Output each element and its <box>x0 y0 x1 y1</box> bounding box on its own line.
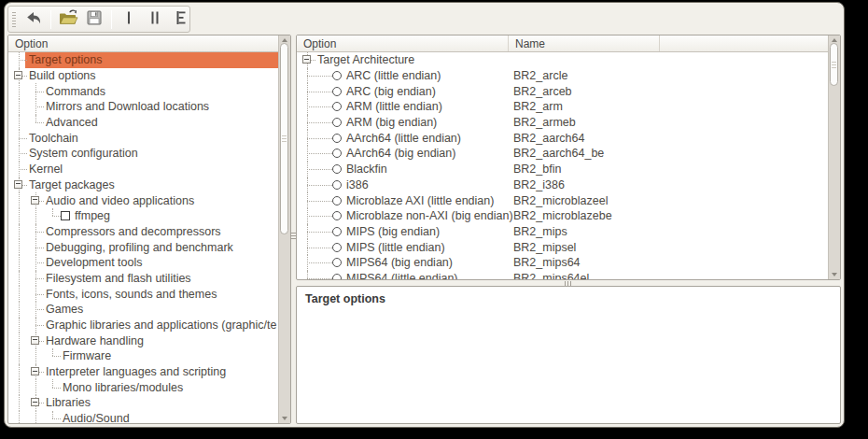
tree-row[interactable]: ARM (little endian)BR2_arm <box>299 99 828 115</box>
tree-item-label: Mono libraries/modules <box>61 381 186 394</box>
scrollbar-thumb[interactable] <box>830 43 838 86</box>
tree-guide-line <box>10 302 27 318</box>
split-view-button[interactable] <box>143 8 167 31</box>
scroll-down-icon[interactable] <box>282 417 287 420</box>
radio-icon[interactable] <box>332 274 342 279</box>
tree-row[interactable]: MIPS64 (big endian)BR2_mips64 <box>299 255 828 271</box>
expander-minus-icon[interactable] <box>31 367 39 375</box>
scrollbar-thumb[interactable] <box>280 43 288 234</box>
tree-row[interactable]: Compressors and decompressors <box>10 224 278 240</box>
radio-icon[interactable] <box>332 71 342 80</box>
info-panel-title: Target options <box>305 292 832 305</box>
tree-item-label: System configuration <box>27 147 141 160</box>
full-view-button[interactable] <box>169 8 193 31</box>
tree-connector <box>44 411 61 423</box>
radio-icon[interactable] <box>332 243 342 252</box>
tree-row[interactable]: Mono libraries/modules <box>10 379 278 395</box>
tree-row[interactable]: Target packages <box>10 177 278 193</box>
tree-item-label: AArch64 (big endian) <box>344 147 458 160</box>
tree-row[interactable]: Audio/Sound <box>10 411 278 423</box>
expander-minus-icon[interactable] <box>31 196 39 205</box>
tree-guide-line <box>27 208 44 224</box>
tree-row[interactable]: Firmware <box>10 348 278 364</box>
tree-row[interactable]: Kernel <box>10 162 278 177</box>
scroll-up-icon[interactable] <box>282 38 287 42</box>
column-header-blank[interactable] <box>660 35 828 51</box>
tree-row[interactable]: Target Architecture <box>299 52 828 68</box>
tree-row[interactable]: AArch64 (big endian)BR2_aarch64_be <box>299 146 828 162</box>
tree-item-label: Games <box>44 303 86 316</box>
tree-row[interactable]: BlackfinBR2_bfin <box>299 162 828 177</box>
tree-row[interactable]: i386BR2_i386 <box>299 177 828 193</box>
radio-icon[interactable] <box>332 196 342 205</box>
radio-icon[interactable] <box>332 180 342 190</box>
open-button[interactable] <box>56 8 80 31</box>
undo-button[interactable] <box>21 8 46 31</box>
radio-icon[interactable] <box>332 118 342 127</box>
tree-row[interactable]: Libraries <box>10 395 278 411</box>
tree-row[interactable]: AArch64 (little endian)BR2_aarch64 <box>299 130 828 146</box>
expander-minus-icon[interactable] <box>302 55 311 64</box>
tree-row[interactable]: Graphic libraries and applications (grap… <box>10 318 278 333</box>
tree-item-label: Hardware handling <box>44 334 147 347</box>
tree-row[interactable]: ARM (big endian)BR2_armeb <box>299 115 828 131</box>
tree-row[interactable]: Filesystem and flash utilities <box>10 271 278 287</box>
tree-row[interactable]: MIPS (big endian)BR2_mips <box>299 224 828 240</box>
tree-row[interactable]: Toolchain <box>10 130 278 146</box>
radio-icon[interactable] <box>332 102 342 111</box>
expander-minus-icon[interactable] <box>31 336 39 345</box>
tree-row[interactable]: ARC (little endian)BR2_arcle <box>299 68 828 84</box>
radio-icon[interactable] <box>332 258 342 267</box>
toolbar-grip[interactable] <box>12 12 16 27</box>
single-view-button[interactable] <box>117 8 141 31</box>
tree-connector <box>315 99 332 115</box>
tree-connector <box>27 318 44 333</box>
tree-item-label: MIPS64 (big endian) <box>344 256 455 269</box>
column-header-option[interactable]: Option <box>8 35 278 51</box>
scroll-up-icon[interactable] <box>832 38 837 42</box>
tree-row[interactable]: Interpreter languages and scripting <box>10 364 278 380</box>
tree-row[interactable]: MIPS (little endian)BR2_mipsel <box>299 239 828 255</box>
right-vertical-scrollbar[interactable] <box>828 35 840 279</box>
radio-icon[interactable] <box>332 211 342 220</box>
expander-minus-icon[interactable] <box>14 71 22 79</box>
scroll-down-icon[interactable] <box>832 273 837 276</box>
radio-icon[interactable] <box>332 227 342 236</box>
tree-row[interactable]: Microblaze AXI (little endian)BR2_microb… <box>299 192 828 208</box>
tree-row[interactable]: ARC (big endian)BR2_arceb <box>299 83 828 99</box>
column-header-option[interactable]: Option <box>297 35 509 51</box>
tree-row[interactable]: Fonts, icons, sounds and themes <box>10 286 278 302</box>
tree-row[interactable]: Audio and video applications <box>10 192 278 208</box>
tree-row[interactable]: System configuration <box>10 146 278 162</box>
config-tree: Target optionsBuild optionsCommandsMirro… <box>8 52 278 423</box>
tree-row[interactable]: MIPS64 (little endian)BR2_mips64el <box>299 271 828 279</box>
tree-row[interactable]: Advanced <box>10 115 278 131</box>
tree-connector <box>315 115 332 131</box>
left-vertical-scrollbar[interactable] <box>278 35 290 423</box>
radio-icon[interactable] <box>332 164 342 174</box>
radio-icon[interactable] <box>332 149 342 158</box>
tree-guide-line <box>10 99 27 115</box>
tree-row[interactable]: ffmpeg <box>10 208 278 224</box>
tree-row[interactable]: Hardware handling <box>10 333 278 348</box>
tree-guide-line <box>10 333 27 348</box>
checkbox-icon[interactable] <box>61 211 70 220</box>
tree-row[interactable]: Debugging, profiling and benchmark <box>10 239 278 255</box>
right-pane: Option Name Target ArchitectureARC (litt… <box>296 35 841 424</box>
radio-icon[interactable] <box>332 87 342 96</box>
expander-minus-icon[interactable] <box>14 180 22 189</box>
tree-row[interactable]: Microblaze non-AXI (big endian)BR2_micro… <box>299 208 828 224</box>
expander-minus-icon[interactable] <box>31 398 39 406</box>
tree-row[interactable]: Target options <box>10 52 278 68</box>
tree-row[interactable]: Build options <box>10 68 278 84</box>
split-view-icon <box>147 9 163 29</box>
tree-row[interactable]: Development tools <box>10 255 278 271</box>
tree-connector <box>315 271 332 279</box>
tree-row[interactable]: Games <box>10 302 278 318</box>
tree-row[interactable]: Commands <box>10 83 278 99</box>
column-header-name[interactable]: Name <box>509 35 660 51</box>
tree-row[interactable]: Mirrors and Download locations <box>10 99 278 115</box>
tree-item-label: Kernel <box>27 163 65 176</box>
radio-icon[interactable] <box>332 134 342 143</box>
save-button[interactable] <box>82 8 106 31</box>
